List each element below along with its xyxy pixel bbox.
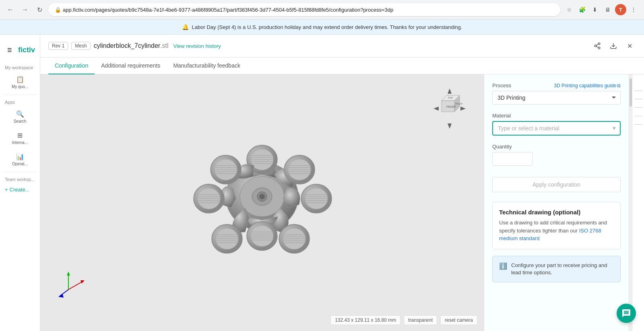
material-section: Material ▼ — [492, 113, 621, 136]
svg-point-0 — [598, 43, 600, 45]
modal-body: FRONT TOP RIGHT — [40, 74, 644, 331]
lock-icon: 🔒 — [55, 7, 61, 13]
right-sidebar-dash-1 — [634, 90, 642, 91]
quantity-label: Quantity — [492, 144, 512, 150]
scroll-thumb[interactable] — [630, 78, 632, 107]
material-label: Material — [492, 113, 511, 119]
svg-point-1 — [594, 45, 597, 47]
right-sidebar — [632, 74, 644, 331]
technical-drawing-section: Technical drawing (optional) Use a drawi… — [492, 202, 621, 249]
process-label-row: Process 3D Printing capabilities guide ⧉ — [492, 82, 621, 88]
axes-widget — [56, 265, 89, 299]
mesh-badge: Mesh — [71, 42, 90, 50]
process-section: Process 3D Printing capabilities guide ⧉… — [492, 82, 621, 105]
tab-configuration[interactable]: Configuration — [48, 58, 95, 74]
reset-camera-button[interactable]: reset camera — [440, 315, 477, 325]
material-input[interactable] — [492, 121, 621, 136]
config-panel-wrapper: Process 3D Printing capabilities guide ⧉… — [484, 74, 632, 331]
modal-panel: Rev 1 Mesh cylinderblock_7cylinder.stl V… — [40, 35, 644, 331]
search-label: Search — [14, 119, 27, 123]
process-label: Process — [492, 82, 511, 88]
scrollbar[interactable] — [629, 74, 632, 331]
browser-chrome: ← → ↻ 🔒 app.fictiv.com/pages/quotes/b9c7… — [0, 0, 644, 20]
team-workspace-label: Team worksp... — [0, 174, 40, 183]
logo: fictiv — [18, 46, 35, 54]
create-button[interactable]: + Create... — [0, 183, 40, 196]
file-name: cylinderblock_7cylinder.stl — [94, 42, 169, 49]
search-icon: 🔍 — [16, 110, 24, 118]
dimensions-badge: 132.43 x 129.11 x 16.80 mm — [330, 315, 400, 325]
transparent-button[interactable]: transparent — [404, 315, 437, 325]
download-button[interactable] — [607, 39, 620, 52]
apply-configuration-button[interactable]: Apply configuration — [492, 177, 621, 192]
3d-model — [149, 96, 375, 290]
tab-manufacturability[interactable]: Manufacturability feedback — [167, 58, 247, 74]
sidebar-item-internal[interactable]: ⊞ Interna... — [2, 128, 37, 148]
back-button[interactable]: ← — [5, 4, 16, 15]
tab-additional-requirements[interactable]: Additional requirements — [95, 58, 167, 74]
desktop-button[interactable]: 🖥 — [602, 4, 613, 15]
sidebar-item-operations[interactable]: 📊 Operat... — [2, 150, 37, 169]
extensions-button[interactable]: 🧩 — [576, 4, 588, 15]
bookmark-star-button[interactable]: ☆ — [564, 4, 575, 15]
internal-icon: ⊞ — [17, 132, 23, 139]
sidebar-item-search[interactable]: 🔍 Search — [2, 107, 37, 127]
spacer — [492, 192, 621, 202]
svg-line-77 — [68, 282, 83, 290]
refresh-button[interactable]: ↻ — [34, 4, 45, 15]
svg-marker-78 — [80, 280, 85, 284]
create-label: Create... — [10, 187, 30, 193]
close-button[interactable]: ✕ — [623, 39, 636, 52]
svg-point-66 — [260, 194, 264, 199]
profile-avatar[interactable]: T — [615, 4, 626, 15]
apps-label: Apps — [0, 97, 40, 106]
create-plus-icon: + — [5, 187, 8, 193]
revision-history-link[interactable]: View revision history — [173, 43, 221, 49]
operations-icon: 📊 — [16, 153, 24, 160]
notification-bar: 🔔 Labor Day (Sept 4) is a U.S. productio… — [0, 20, 644, 35]
quantity-input[interactable]: 1 — [492, 152, 533, 166]
svg-point-2 — [598, 47, 600, 49]
address-bar[interactable]: 🔒 app.fictiv.com/pages/quotes/b9c7548a-7… — [48, 3, 560, 16]
quantity-label-row: Quantity — [492, 144, 621, 150]
download-manager-button[interactable]: ⬇ — [589, 4, 601, 15]
info-icon: ℹ️ — [499, 262, 507, 270]
viewer-panel: FRONT TOP RIGHT — [40, 74, 484, 331]
right-sidebar-dash-5 — [634, 124, 642, 125]
material-dropdown-icon: ▼ — [612, 125, 617, 131]
workspace-label: My workspace — [0, 62, 40, 72]
orientation-cube[interactable]: FRONT TOP RIGHT — [431, 86, 468, 132]
svg-line-4 — [596, 44, 598, 45]
browser-action-icons: ☆ 🧩 ⬇ 🖥 T ⋮ — [564, 4, 639, 15]
url-text: app.fictiv.com/pages/quotes/b9c7548a-7e1… — [63, 7, 554, 13]
browser-toolbar: ← → ↻ 🔒 app.fictiv.com/pages/quotes/b9c7… — [0, 0, 644, 19]
quantity-section: Quantity 1 — [492, 144, 621, 166]
process-select[interactable]: 3D PrintingCNC MachiningInjection Moldin… — [492, 91, 621, 105]
right-sidebar-dash-2 — [634, 99, 642, 99]
material-label-row: Material — [492, 113, 621, 119]
sidebar-divider-2 — [3, 172, 37, 172]
sidebar-menu-button[interactable]: ☰ — [5, 43, 15, 57]
right-sidebar-dash-3 — [634, 107, 642, 108]
notification-icon: 🔔 — [182, 24, 189, 30]
viewer-bottom-bar: 132.43 x 129.11 x 16.80 mm transparent r… — [330, 315, 477, 325]
right-sidebar-dash-4 — [634, 116, 642, 116]
sidebar-item-my-quotes[interactable]: 📋 My quo... — [2, 72, 37, 92]
forward-button[interactable]: → — [19, 4, 31, 15]
sidebar-divider-1 — [3, 95, 37, 95]
info-text: Configure your part to receive pricing a… — [511, 262, 614, 276]
external-link-icon: ⧉ — [617, 83, 621, 88]
svg-text:FRONT: FRONT — [446, 105, 456, 108]
svg-marker-70 — [460, 107, 466, 111]
modal-header: Rev 1 Mesh cylinderblock_7cylinder.stl V… — [40, 35, 644, 58]
svg-marker-69 — [433, 107, 439, 111]
app-container: ☰ fictiv My workspace 📋 My quo... Apps 🔍… — [0, 35, 644, 331]
share-button[interactable] — [591, 39, 604, 52]
chat-fab-button[interactable] — [617, 304, 636, 323]
internal-label: Interna... — [12, 140, 28, 145]
menu-button[interactable]: ⋮ — [628, 4, 639, 15]
info-box: ℹ️ Configure your part to receive pricin… — [492, 256, 621, 282]
capabilities-guide-link[interactable]: 3D Printing capabilities guide ⧉ — [554, 83, 621, 88]
viewer-canvas: FRONT TOP RIGHT — [40, 74, 484, 331]
notification-text: Labor Day (Sept 4) is a U.S. production … — [192, 24, 462, 30]
